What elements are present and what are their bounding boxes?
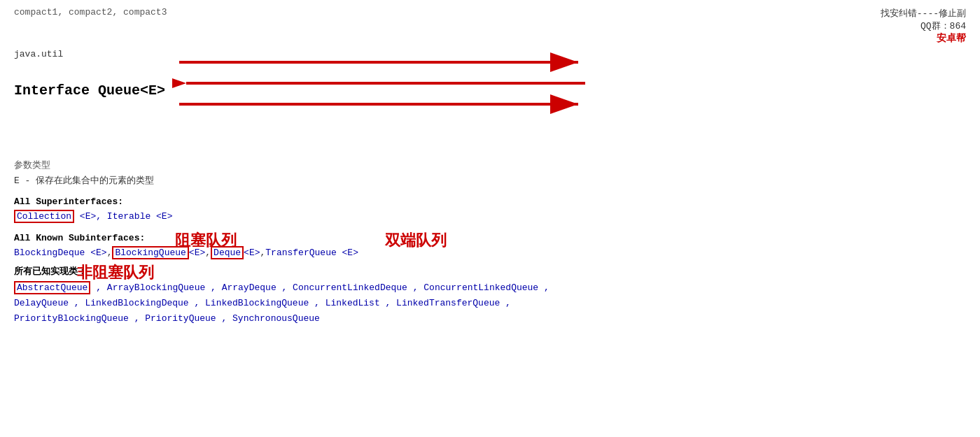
iterable-link[interactable]: Iterable <E> xyxy=(107,211,173,222)
qq-group-text: QQ群：864 xyxy=(881,20,966,32)
blocking-queue-link[interactable]: BlockingQueue xyxy=(112,246,188,259)
impl-line3: PriorityBlockingQueue , PriorityQueue , … xyxy=(14,311,966,327)
implementations-block: 所有已知实现类： 非阻塞队列 AbstractQueue , ArrayBloc… xyxy=(14,265,966,327)
interface-title: Interface Queue<E> xyxy=(14,83,165,99)
transfer-queue-link[interactable]: TransferQueue <E> xyxy=(265,248,358,258)
collection-e: <E>, xyxy=(80,211,107,222)
impl-line2: DelayQueue , LinkedBlockingDeque , Linke… xyxy=(14,296,966,311)
top-bar: compact1, compact2, compact3 找安纠错----修止副… xyxy=(14,7,966,45)
param-type-description: E - 保存在此集合中的元素的类型 xyxy=(14,174,966,187)
comma3: , xyxy=(260,248,266,258)
subinterfaces-label: All Known Subinterfaces: 阻塞队列 双端队列 xyxy=(14,233,966,243)
blocking-queue-e: <E> xyxy=(189,248,205,258)
deque-link[interactable]: Deque xyxy=(211,246,244,259)
implementations-list: AbstractQueue , ArrayBlockingQueue , Arr… xyxy=(14,280,966,327)
android-help-text: 安卓帮 xyxy=(881,32,966,45)
impl-line1-rest: , ArrayBlockingQueue , ArrayDeque , Conc… xyxy=(96,282,550,293)
blocking-deque-link[interactable]: BlockingDeque <E> xyxy=(14,248,107,258)
implementations-label: 所有已知实现类： 非阻塞队列 xyxy=(14,265,966,278)
implementations-label-text: 所有已知实现类： xyxy=(14,266,87,277)
top-right-info: 找安纠错----修止副 QQ群：864 安卓帮 xyxy=(881,7,966,45)
interface-title-row: Interface Queue<E> xyxy=(14,62,966,118)
arrows-svg xyxy=(172,48,662,118)
deque-e: <E> xyxy=(244,248,260,258)
find-error-text: 找安纠错----修止副 xyxy=(881,7,966,20)
comma1: , xyxy=(107,248,113,258)
superinterfaces-list: Collection <E>, Iterable <E> xyxy=(14,210,966,223)
subinterfaces-block: All Known Subinterfaces: 阻塞队列 双端队列 Block… xyxy=(14,233,966,259)
main-content: compact1, compact2, compact3 找安纠错----修止副… xyxy=(0,0,980,341)
subinterfaces-row: BlockingDeque <E> , BlockingQueue <E> , … xyxy=(14,246,966,259)
abstract-queue-link[interactable]: AbstractQueue xyxy=(14,281,90,294)
breadcrumb-text: compact1, compact2, compact3 xyxy=(14,7,167,17)
impl-line1: AbstractQueue , ArrayBlockingQueue , Arr… xyxy=(14,280,966,296)
collection-link[interactable]: Collection xyxy=(14,210,74,223)
superinterfaces-label: All Superinterfaces: xyxy=(14,196,966,207)
param-type-label: 参数类型 xyxy=(14,159,966,171)
impl-line3-text: PriorityBlockingQueue , PriorityQueue , … xyxy=(14,313,320,324)
comma2: , xyxy=(205,248,211,258)
subinterfaces-label-text: All Known Subinterfaces: xyxy=(14,233,145,243)
breadcrumb: compact1, compact2, compact3 xyxy=(14,7,167,17)
arrows-container xyxy=(172,62,966,118)
impl-line2-text: DelayQueue , LinkedBlockingDeque , Linke… xyxy=(14,298,511,308)
